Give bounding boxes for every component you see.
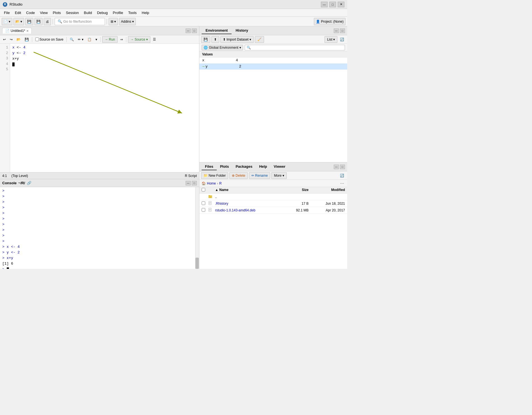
code-area[interactable]: 1 2 3 4 5 x <- 4y <- 2x+y — [0, 44, 199, 172]
tab-help[interactable]: Help — [256, 163, 270, 170]
save-all-button[interactable]: 💾 — [34, 18, 43, 25]
more-dropdown-arrow[interactable]: ▾ — [283, 174, 284, 178]
console-link-icon[interactable]: 🔗 — [27, 181, 31, 185]
new-file-dropdown[interactable]: ▾ — [9, 20, 10, 24]
go-to-file-input[interactable]: 🔍 Go to file/function — [55, 18, 105, 25]
more-button[interactable]: More ▾ — [271, 172, 286, 179]
row-checkbox-rstudio[interactable] — [202, 208, 208, 213]
row-name-up[interactable]: .. — [215, 195, 281, 199]
menu-file[interactable]: File — [2, 10, 12, 15]
save-file-button[interactable]: 💾 — [23, 36, 30, 43]
breadcrumb-more-button[interactable]: ⋯ — [339, 181, 345, 186]
source-dropdown[interactable]: ▾ — [146, 38, 148, 41]
delete-button[interactable]: ⊗ Delete — [229, 172, 248, 179]
menu-tools[interactable]: Tools — [126, 10, 139, 15]
up-folder-label[interactable]: .. — [215, 195, 217, 199]
minimize-pane-button[interactable]: — — [186, 29, 191, 33]
breadcrumb-home[interactable]: Home — [207, 181, 216, 185]
select-rstudio-checkbox[interactable] — [202, 208, 205, 212]
env-search-input[interactable]: 🔍 — [245, 45, 345, 50]
select-all-checkbox[interactable] — [202, 188, 205, 192]
breadcrumb-r[interactable]: R — [219, 181, 222, 185]
row-name-rhistory[interactable]: .Rhistory — [215, 202, 281, 206]
import-dropdown[interactable]: ▾ — [249, 38, 251, 41]
tab-viewer[interactable]: Viewer — [270, 163, 289, 170]
tab-history[interactable]: History — [232, 27, 252, 34]
minimize-button[interactable]: — — [321, 2, 328, 7]
source-on-save-checkbox[interactable] — [35, 38, 39, 41]
grid-dropdown[interactable]: ▾ — [114, 20, 116, 24]
compile-button[interactable]: 📋 — [86, 36, 93, 43]
window-controls[interactable]: — □ ✕ — [321, 2, 344, 7]
close-button[interactable]: ✕ — [338, 2, 344, 7]
save-button[interactable]: 💾 — [25, 18, 33, 25]
maximize-files-button[interactable]: □ — [340, 165, 345, 169]
minimize-console-button[interactable]: — — [186, 181, 191, 185]
code-tools-button[interactable]: ✏ ▾ — [76, 36, 85, 43]
menu-profile[interactable]: Profile — [111, 10, 125, 15]
source-button[interactable]: → Source ▾ — [128, 36, 150, 43]
menu-build[interactable]: Build — [82, 10, 94, 15]
new-folder-button[interactable]: 📁 New Folder — [201, 172, 228, 179]
scrollbar-thumb[interactable] — [195, 258, 199, 269]
grid-button[interactable]: ⊞▾ — [109, 18, 118, 25]
save-env-button[interactable]: 💾 — [201, 36, 210, 43]
rhistory-link[interactable]: .Rhistory — [215, 202, 228, 206]
tab-files[interactable]: Files — [202, 163, 217, 170]
list-view-button-env[interactable]: List ▾ — [325, 36, 337, 43]
console-body[interactable]: > > > > > > > > > > > x <- 4 > y <- 2 > … — [0, 187, 199, 269]
source-file-button[interactable]: 📂 — [15, 36, 22, 43]
new-file-button[interactable]: 📄▾ — [2, 18, 12, 25]
global-env-selector[interactable]: 🌐 Global Environment ▾ — [202, 45, 243, 50]
menu-view[interactable]: View — [38, 10, 50, 15]
open-dropdown[interactable]: ▾ — [20, 20, 22, 24]
addins-dropdown[interactable]: ▾ — [132, 20, 134, 24]
redo-button[interactable]: ↪ — [8, 36, 14, 43]
tab-close-button[interactable]: ✕ — [26, 29, 29, 32]
tab-packages[interactable]: Packages — [232, 163, 256, 170]
code-editor[interactable]: x <- 4y <- 2x+y — [10, 44, 199, 172]
refresh-env-button[interactable]: 🔄 — [339, 36, 346, 43]
editor-tab-untitled1[interactable]: 📄 Untitled1* ✕ — [2, 28, 32, 34]
undo-button[interactable]: ↩ — [2, 36, 7, 43]
run-button[interactable]: → Run — [102, 36, 118, 43]
maximize-pane-button[interactable]: □ — [192, 29, 197, 33]
project-button[interactable]: 👤 Project: (None) — [314, 18, 346, 25]
tab-plots[interactable]: Plots — [217, 163, 232, 170]
top-level-indicator[interactable]: (Top Level) — [11, 174, 28, 178]
minimize-env-button[interactable]: — — [334, 29, 339, 33]
menu-plots[interactable]: Plots — [50, 10, 63, 15]
load-env-button[interactable]: ⬆ — [211, 36, 219, 43]
tab-environment[interactable]: Environment — [202, 27, 232, 34]
name-col-header[interactable]: ▲ Name — [215, 188, 281, 192]
console-scrollbar[interactable] — [195, 187, 199, 269]
run-lines-button[interactable]: ⇒ — [119, 36, 124, 43]
list-dropdown[interactable]: ▾ — [333, 38, 335, 41]
select-rhistory-checkbox[interactable] — [202, 201, 205, 205]
menu-code[interactable]: Code — [24, 10, 37, 15]
rstudio-deb-link[interactable]: rstudio-1.0.143-amd64.deb — [215, 208, 255, 212]
addins-button[interactable]: Addins▾ — [119, 18, 136, 25]
open-file-button[interactable]: 📂▾ — [13, 18, 24, 25]
maximize-console-button[interactable]: □ — [192, 181, 197, 185]
menu-help[interactable]: Help — [139, 10, 151, 15]
maximize-env-button[interactable]: □ — [340, 29, 345, 33]
menu-edit[interactable]: Edit — [13, 10, 23, 15]
list-view-button[interactable]: ☰ — [151, 36, 157, 43]
find-button[interactable]: 🔍 — [68, 36, 75, 43]
minimize-files-button[interactable]: — — [334, 165, 339, 169]
row-checkbox-rhistory[interactable] — [202, 201, 208, 206]
menu-debug[interactable]: Debug — [95, 10, 110, 15]
menu-session[interactable]: Session — [64, 10, 81, 15]
refresh-files-button[interactable]: 🔄 — [339, 172, 346, 179]
compile-dropdown[interactable]: ▾ — [94, 36, 99, 43]
rename-button[interactable]: ✏ Rename — [249, 172, 270, 179]
clear-env-button[interactable]: 🧹 — [255, 36, 264, 43]
console-active-prompt[interactable]: > — [2, 267, 197, 269]
print-button[interactable]: 🖨 — [44, 18, 51, 25]
env-dropdown-arrow[interactable]: ▾ — [239, 46, 241, 50]
row-name-rstudio[interactable]: rstudio-1.0.143-amd64.deb — [215, 208, 281, 212]
source-on-save-label[interactable]: Source on Save — [34, 36, 65, 43]
maximize-button[interactable]: □ — [329, 2, 336, 7]
import-dataset-button[interactable]: ⬆ Import Dataset ▾ — [220, 36, 254, 43]
